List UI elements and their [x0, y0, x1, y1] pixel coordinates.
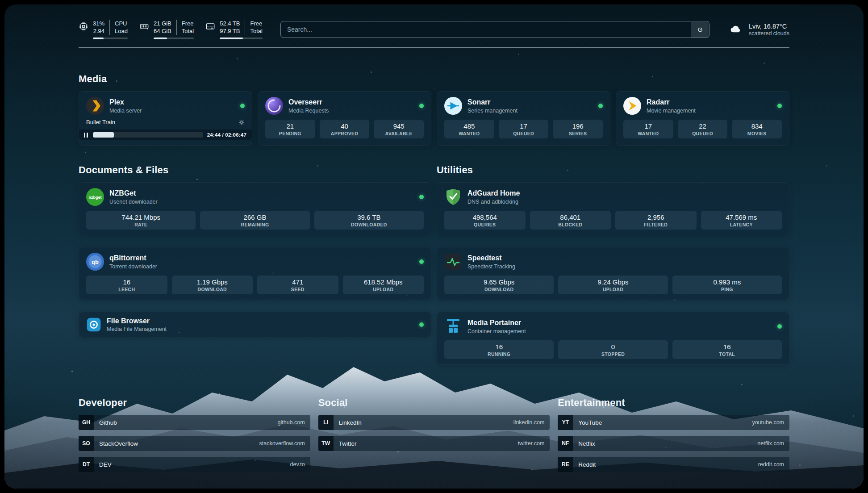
pause-button[interactable] [83, 133, 89, 138]
stat-value: 17 [501, 122, 547, 130]
sonarr-icon [444, 97, 462, 115]
stat-label: RUNNING [446, 351, 552, 357]
stat-value: 834 [734, 122, 780, 130]
bookmark-url: netflix.com [757, 440, 784, 447]
stat-rate: 744.21 Mbps RATE [86, 211, 196, 230]
bookmark-reddit[interactable]: RE Reddit reddit.com [558, 457, 789, 472]
search-input[interactable] [280, 21, 709, 38]
stat-label: REMAINING [202, 222, 308, 227]
service-name: File Browser [107, 317, 167, 325]
bookmark-url: reddit.com [758, 461, 784, 468]
adguard-icon [444, 188, 462, 206]
dev-icon: DT [79, 457, 94, 472]
stat-label: UPLOAD [560, 287, 666, 292]
cpu-label: CPU [115, 20, 127, 27]
service-subtitle: Torrent downloader [109, 263, 157, 270]
bookmark-url: youtube.com [752, 419, 784, 426]
bookmark-youtube[interactable]: YT YouTube youtube.com [558, 415, 789, 430]
github-icon: GH [79, 415, 94, 430]
service-card-portainer[interactable]: Media Portainer Container management 16 … [437, 312, 789, 365]
stat-label: SEED [259, 287, 337, 292]
stat-queued: 22 QUEUED [678, 120, 728, 138]
storage-label-free: Free [250, 20, 262, 27]
snow-particles [4, 4, 6, 6]
cpu-label-2: Load [115, 27, 128, 35]
stat-ping: 0.993 ms PING [672, 276, 782, 294]
stat-label: UPLOAD [345, 287, 422, 292]
nzbget-icon: nzbget [86, 188, 104, 206]
section-media: Media Plex Media server [79, 73, 789, 146]
service-card-plex[interactable]: Plex Media server Bullet Train [79, 91, 252, 146]
stat-label: WANTED [446, 131, 492, 136]
speedtest-icon [444, 253, 462, 271]
stat-pending: 21 PENDING [265, 120, 315, 138]
section-title-media: Media [79, 73, 789, 85]
service-card-qbittorrent[interactable]: qb qBittorrent Torrent downloader 16 [79, 247, 431, 300]
search-engine-button[interactable]: G [691, 22, 709, 38]
bookmark-name: DEV [99, 461, 112, 468]
bookmark-github[interactable]: GH Github github.com [79, 415, 310, 430]
stat-value: 485 [446, 122, 492, 130]
service-card-nzbget[interactable]: nzbget NZBGet Usenet downloader 744.21 M… [79, 182, 431, 235]
service-card-speedtest[interactable]: Speedtest Speedtest Tracking 9.65 Gbps D… [437, 247, 789, 300]
topbar-divider [79, 47, 789, 48]
stat-value: 16 [446, 343, 552, 351]
stat-upload: 618.52 Mbps UPLOAD [343, 276, 424, 294]
service-subtitle: Series management [467, 108, 517, 114]
storage-usage-bar [220, 38, 263, 39]
bookmark-url: stackoverflow.com [259, 440, 305, 447]
stat-value: 16 [674, 343, 780, 351]
section-title-developer: Developer [79, 397, 310, 409]
bookmark-dev[interactable]: DT DEV dev.to [79, 457, 310, 472]
memory-monitor: 21 GiB 64 GiB Free Total [139, 20, 194, 39]
stat-value: 17 [625, 122, 672, 130]
service-name: Speedtest [467, 254, 515, 262]
bookmark-url: twitter.com [518, 440, 545, 447]
stat-queued: 17 QUEUED [499, 120, 549, 138]
seek-track[interactable] [93, 132, 203, 138]
stat-running: 16 RUNNING [444, 340, 554, 359]
stat-value: 1.19 Gbps [174, 278, 251, 286]
storage-label-total: Total [250, 27, 262, 35]
memory-label-total: Total [182, 27, 194, 35]
stat-label: SERIES [555, 131, 601, 136]
stat-value: 744.21 Mbps [88, 213, 194, 221]
service-card-radarr[interactable]: Radarr Movie management 17 WANTED 22 QUE… [616, 91, 789, 146]
stat-value: 945 [376, 122, 422, 130]
service-card-filebrowser[interactable]: File Browser Media File Management [79, 312, 431, 337]
service-card-adguard[interactable]: AdGuard Home DNS and adblocking 498,564 … [437, 182, 789, 235]
bookmark-name: Twitter [339, 440, 357, 447]
stat-label: STOPPED [560, 351, 666, 357]
stat-download: 1.19 Gbps DOWNLOAD [172, 276, 253, 294]
stat-label: QUERIES [446, 222, 524, 227]
settings-gear-icon[interactable] [238, 119, 245, 125]
youtube-icon: YT [558, 415, 573, 430]
stat-label: AVAILABLE [376, 131, 422, 136]
bookmark-netflix[interactable]: NF Netflix netflix.com [558, 436, 789, 451]
stat-label: TOTAL [674, 351, 780, 357]
playback-bar: 24:44 / 02:06:47 [79, 130, 252, 140]
service-name: NZBGet [109, 189, 158, 197]
service-card-sonarr[interactable]: Sonarr Series management 485 WANTED 17 Q… [437, 91, 610, 146]
bookmark-stackoverflow[interactable]: SO StackOverflow stackoverflow.com [79, 436, 310, 451]
bookmark-url: linkedin.com [513, 419, 544, 426]
stat-value: 2,956 [617, 213, 695, 221]
bookmark-group-social: Social LI LinkedIn linkedin.com TW Twitt… [318, 397, 550, 472]
storage-total: 97.9 TB [220, 27, 240, 35]
stat-latency: 47.569 ms LATENCY [701, 211, 782, 230]
weather-condition: scattered clouds [749, 30, 789, 37]
service-card-overseerr[interactable]: Overseerr Media Requests 21 PENDING 40 A… [258, 91, 431, 146]
stat-upload: 9.24 Gbps UPLOAD [558, 276, 668, 294]
stat-label: DOWNLOADED [316, 222, 422, 227]
bookmark-twitter[interactable]: TW Twitter twitter.com [318, 436, 550, 451]
section-title-documents: Documents & Files [79, 164, 431, 176]
status-online-dot [240, 104, 245, 108]
memory-usage-bar [154, 38, 194, 39]
bookmark-url: github.com [278, 419, 305, 426]
stat-label: DOWNLOAD [174, 287, 251, 292]
bookmark-linkedin[interactable]: LI LinkedIn linkedin.com [318, 415, 550, 430]
stat-label: QUEUED [680, 131, 726, 136]
section-title-social: Social [318, 397, 550, 409]
bookmark-group-entertainment: Entertainment YT YouTube youtube.com NF … [558, 397, 789, 472]
section-title-utilities: Utilities [437, 164, 789, 176]
